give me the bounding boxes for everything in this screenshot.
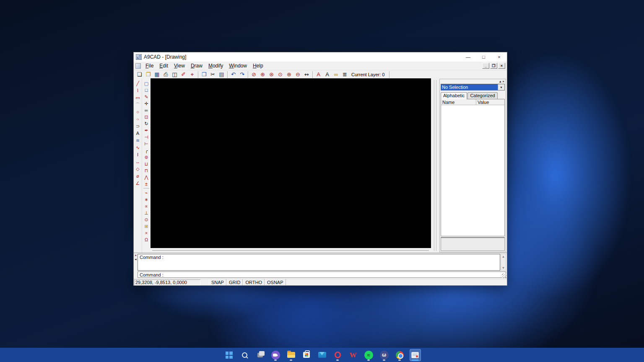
copy-object-tool-icon[interactable]: ∞ [143,107,150,114]
move-tool-icon[interactable]: ✛ [143,100,150,107]
mdi-close-button[interactable]: × [498,63,505,69]
text-style-icon[interactable]: A [323,71,332,78]
title-bar[interactable]: A9CAD - [Drawing] — □ × [134,52,507,62]
taskbar-mail-button[interactable] [317,349,328,361]
zoom-window-icon[interactable]: ⊕ [258,71,267,78]
snap-toggle[interactable]: SNAP [209,279,226,285]
style-manager-icon[interactable]: ✐ [179,71,188,78]
ellipse-arc-tool-icon[interactable]: ⊃ [134,123,141,130]
entity-info-icon[interactable]: ⌖ [188,71,197,78]
marker-tool-icon[interactable]: ✒ [143,127,150,134]
close-button[interactable]: × [491,52,507,62]
hatch-tool-icon[interactable]: ≋ [134,137,141,144]
cut-icon[interactable]: ✂ [208,71,217,78]
grid-body[interactable] [441,105,504,236]
menu-view[interactable]: View [171,62,188,70]
taskbar-start-button[interactable] [223,349,235,361]
polyline-tool-icon[interactable]: ⌇ [134,87,141,94]
taskbar-task-view-button[interactable] [254,349,266,361]
dim-diameter-tool-icon[interactable]: ◇ [134,165,141,173]
menu-window[interactable]: Window [226,62,250,70]
snap-center-icon[interactable]: ⊙ [143,216,150,223]
snap-magnet-icon[interactable]: Ω [143,236,150,243]
snap-perpendicular-icon[interactable]: ⊥ [143,209,150,216]
command-scrollbar[interactable]: ▲ ▼ [501,254,506,271]
layers-icon[interactable]: ≣ [340,71,349,78]
command-input[interactable]: Command : [138,272,506,278]
dim-vertical-tool-icon[interactable]: I [134,151,141,158]
zoom-in-icon[interactable]: ⊕ [285,71,293,78]
panel-splitter[interactable] [431,78,439,253]
menu-file[interactable]: File [143,62,156,70]
copy-icon[interactable]: ❒ [200,71,208,78]
dim-radius-tool-icon[interactable]: ⌀ [134,173,141,180]
snap-insert-icon[interactable]: ⊞ [143,223,150,230]
open-icon[interactable]: ❐ [144,71,153,78]
osnap-toggle[interactable]: OSNAP [265,279,286,285]
panel-close-icon[interactable]: × [502,80,504,83]
resize-grip[interactable] [502,274,506,278]
maximize-button[interactable]: □ [476,52,491,62]
taskbar-discord-button[interactable]: ω [379,349,390,361]
document-icon[interactable] [135,63,141,69]
tab-alphabetic[interactable]: Alphabetic [441,92,467,99]
paste-icon[interactable]: ▤ [217,71,226,78]
menu-draw[interactable]: Draw [188,62,205,70]
select-tool-icon[interactable]: ▢ [143,80,150,87]
offset-tool-icon[interactable]: ± [143,181,150,187]
dim-aligned-tool-icon[interactable]: ↔ [134,158,141,165]
grid-toggle[interactable]: GRID [226,279,243,285]
rectangle-tool-icon[interactable]: ▭ [134,94,141,101]
extend-tool-icon[interactable]: ⊢ [143,140,150,147]
canvas-horizontal-scrollbar[interactable] [152,250,429,251]
solid-tool-icon[interactable]: ⊚ [143,154,150,160]
scroll-up-icon[interactable]: ▲ [502,255,505,259]
command-history[interactable]: Command : [138,254,500,271]
select-window-tool-icon[interactable]: □ [143,87,150,93]
dim-angular-tool-icon[interactable]: ∠ [134,180,141,187]
taskbar-recorder-button[interactable] [410,349,421,361]
arc-tool-icon[interactable]: ⌒ [134,101,141,109]
drawing-canvas[interactable] [151,78,431,248]
zoom-previous-icon[interactable]: ⊘ [249,71,258,78]
taskbar-spotify-button[interactable]: ≈ [363,349,374,361]
scroll-down-icon[interactable]: ▼ [502,266,505,270]
text-tool-icon[interactable]: A [134,130,141,137]
explode-tool-icon[interactable]: ⊔ [143,160,150,167]
erase-tool-icon[interactable]: ✎ [143,93,150,100]
snap-nearest-icon[interactable]: ∝ [143,203,150,209]
dropdown-arrow-icon[interactable]: ▼ [498,84,504,90]
trim-tool-icon[interactable]: ⊣ [143,134,150,140]
column-value[interactable]: Value [476,99,504,105]
command-collapse-icon[interactable]: ◂ [135,258,137,261]
snap-intersection-icon[interactable]: × [143,230,150,236]
mdi-restore-button[interactable]: ❐ [490,63,497,69]
link-icon[interactable]: ∞ [332,71,340,78]
ortho-toggle[interactable]: ORTHO [243,279,265,285]
rotate-tool-icon[interactable]: ↻ [143,120,150,127]
zoom-all-icon[interactable]: ⊙ [276,71,285,78]
taskbar-opera-button[interactable] [332,349,343,361]
mdi-minimize-button[interactable]: _ [482,63,489,69]
menu-help[interactable]: Help [250,62,266,70]
redo-icon[interactable]: ↷ [238,71,247,78]
command-close-icon[interactable]: × [135,254,136,257]
column-name[interactable]: Name [441,99,476,105]
zoom-dynamic-icon[interactable]: ⊛ [267,71,276,78]
break-tool-icon[interactable]: ⊓ [143,167,150,174]
new-icon[interactable]: ❏ [135,71,144,78]
print-preview-icon[interactable]: ◫ [170,71,179,78]
print-icon[interactable]: ⎙ [161,71,170,78]
spline-tool-icon[interactable]: ∿ [134,144,141,151]
undo-icon[interactable]: ↶ [229,71,238,78]
menu-edit[interactable]: Edit [156,62,171,70]
taskbar-explorer-button[interactable] [286,349,297,361]
minimize-button[interactable]: — [460,52,476,62]
circle-tool-icon[interactable]: ○ [134,109,141,116]
dimension-style-icon[interactable]: A [314,71,323,78]
zoom-out-icon[interactable]: ⊖ [293,71,302,78]
selection-dropdown[interactable]: No Selection ▼ [441,84,505,90]
mirror-tool-icon[interactable]: ⋀ [143,174,150,181]
taskbar-store-button[interactable] [301,349,312,361]
snap-midpoint-icon[interactable]: ∗ [143,196,150,203]
